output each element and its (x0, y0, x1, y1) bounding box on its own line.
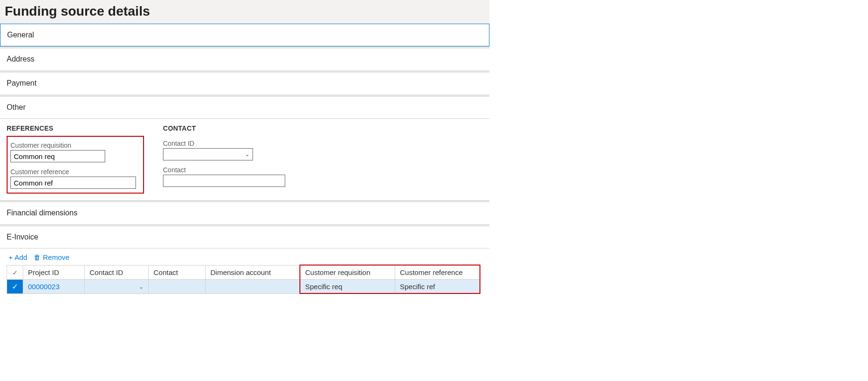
tab-payment[interactable]: Payment (0, 72, 489, 95)
col-dimension-account[interactable]: Dimension account (206, 266, 300, 280)
check-icon: ✓ (7, 280, 23, 293)
grid-wrapper: ✓ Project ID Contact ID Contact Dimensio… (7, 265, 483, 294)
col-contact-id[interactable]: Contact ID (85, 266, 149, 280)
einvoice-toolbar: + Add 🗑 Remove (7, 251, 483, 265)
customer-requisition-label: Customer requisition (10, 142, 140, 149)
page-title: Funding source details (5, 4, 485, 19)
contact-id-label: Contact ID (163, 140, 305, 147)
cell-project-id[interactable]: 00000023 (23, 280, 85, 294)
col-customer-requisition[interactable]: Customer requisition (300, 266, 395, 280)
cell-customer-requisition[interactable]: Specific req (300, 280, 395, 294)
cell-contact-id[interactable]: ⌄ (85, 280, 149, 294)
row-select[interactable]: ✓ (7, 280, 23, 294)
contact-input[interactable] (163, 175, 285, 187)
tab-einvoice-label: E-Invoice (7, 233, 38, 241)
tab-address[interactable]: Address (0, 48, 489, 71)
add-button[interactable]: + Add (9, 253, 27, 261)
references-heading: REFERENCES (7, 124, 144, 132)
customer-reference-label: Customer reference (10, 168, 140, 176)
remove-button[interactable]: 🗑 Remove (34, 253, 69, 261)
contact-label: Contact (163, 166, 305, 174)
tab-einvoice[interactable]: E-Invoice (0, 226, 489, 248)
trash-icon: 🗑 (34, 254, 41, 261)
tab-other[interactable]: Other (0, 96, 489, 119)
remove-button-label: Remove (43, 253, 69, 261)
tab-address-label: Address (7, 55, 35, 63)
customer-requisition-input[interactable] (10, 150, 105, 162)
table-row[interactable]: ✓ 00000023 ⌄ Specific req Specific ref (7, 280, 480, 294)
tab-payment-label: Payment (7, 79, 36, 87)
tab-general[interactable]: General (0, 24, 489, 46)
einvoice-grid: ✓ Project ID Contact ID Contact Dimensio… (7, 265, 480, 294)
einvoice-body: + Add 🗑 Remove ✓ Project ID Contact ID C… (0, 248, 489, 301)
col-project-id[interactable]: Project ID (23, 266, 85, 280)
select-all-header[interactable]: ✓ (7, 266, 23, 280)
chevron-down-icon: ⌄ (139, 284, 144, 290)
cell-dimension-account[interactable] (206, 280, 300, 294)
contact-heading: CONTACT (163, 124, 305, 132)
tab-other-label: Other (7, 103, 26, 111)
tab-general-label: General (7, 31, 34, 39)
cell-customer-reference[interactable]: Specific ref (395, 280, 480, 294)
chevron-down-icon: ⌄ (245, 151, 250, 158)
contact-id-select[interactable]: ⌄ (163, 148, 253, 160)
tab-financial-dimensions-label: Financial dimensions (7, 209, 77, 217)
add-button-label: Add (15, 253, 27, 261)
col-contact[interactable]: Contact (149, 266, 206, 280)
plus-icon: + (9, 254, 13, 261)
col-customer-reference[interactable]: Customer reference (395, 266, 480, 280)
page-header: Funding source details (0, 0, 489, 24)
check-icon: ✓ (12, 266, 18, 279)
customer-reference-input[interactable] (10, 177, 136, 189)
tab-financial-dimensions[interactable]: Financial dimensions (0, 202, 489, 224)
cell-contact[interactable] (149, 280, 206, 294)
references-highlight: Customer requisition Customer reference (7, 136, 144, 194)
other-body: REFERENCES Customer requisition Customer… (0, 119, 489, 200)
